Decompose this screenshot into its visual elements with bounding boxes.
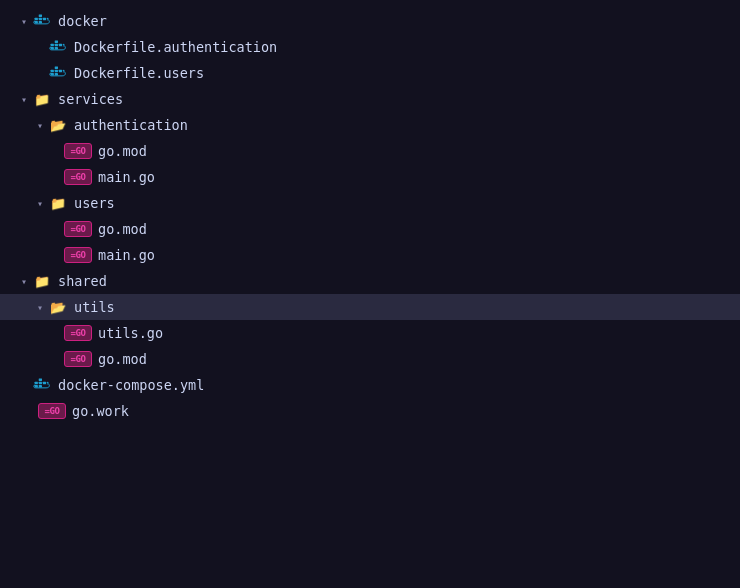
chevron-space6	[48, 247, 64, 263]
go-badge-work: =GO	[38, 403, 66, 419]
svg-rect-5	[39, 21, 42, 23]
svg-point-13	[63, 44, 65, 46]
tree-item-authentication[interactable]: 📂 authentication	[0, 112, 740, 138]
tree-label-auth-go-mod: go.mod	[98, 143, 147, 159]
tree-label-services: services	[58, 91, 123, 107]
tree-item-go-work[interactable]: =GO go.work	[0, 398, 740, 424]
file-tree: docker Dockerfile.authentication	[0, 0, 740, 432]
svg-rect-24	[39, 378, 42, 380]
chevron-space8	[48, 351, 64, 367]
svg-rect-17	[55, 66, 58, 68]
go-badge-auth-main: =GO	[64, 169, 92, 185]
chevron-users	[32, 195, 48, 211]
chevron-space9	[16, 377, 32, 393]
chevron-space3	[48, 143, 64, 159]
svg-point-27	[47, 382, 49, 384]
tree-item-users-main-go[interactable]: =GO main.go	[0, 242, 740, 268]
chevron-space2	[32, 65, 48, 81]
svg-rect-22	[39, 382, 42, 384]
tree-label-dockerfile-auth: Dockerfile.authentication	[74, 39, 277, 55]
chevron-utils	[32, 299, 48, 315]
docker-icon	[32, 11, 52, 31]
tree-item-docker-compose[interactable]: docker-compose.yml	[0, 372, 740, 398]
svg-point-20	[63, 70, 65, 72]
go-badge-users-main: =GO	[64, 247, 92, 263]
tree-item-utils-go[interactable]: =GO utils.go	[0, 320, 740, 346]
go-badge-shared-mod: =GO	[64, 351, 92, 367]
go-badge-auth-mod: =GO	[64, 143, 92, 159]
tree-label-shared-go-mod: go.mod	[98, 351, 147, 367]
svg-rect-8	[55, 44, 58, 46]
tree-label-users: users	[74, 195, 115, 211]
tree-label-docker-compose: docker-compose.yml	[58, 377, 204, 393]
svg-rect-21	[35, 382, 38, 384]
chevron-auth	[32, 117, 48, 133]
docker-users-icon	[48, 63, 68, 83]
svg-rect-3	[39, 14, 42, 16]
svg-point-6	[47, 18, 49, 20]
chevron-services	[16, 91, 32, 107]
svg-rect-10	[55, 40, 58, 42]
tree-item-dockerfile-users[interactable]: Dockerfile.users	[0, 60, 740, 86]
svg-rect-0	[35, 18, 38, 20]
tree-label-auth-main-go: main.go	[98, 169, 155, 185]
tree-label-docker: docker	[58, 13, 107, 29]
chevron-space10	[16, 403, 32, 419]
svg-rect-23	[43, 382, 46, 384]
docker-compose-icon	[32, 375, 52, 395]
svg-rect-1	[39, 18, 42, 20]
svg-rect-26	[39, 385, 42, 387]
tree-label-shared: shared	[58, 273, 107, 289]
tree-label-utils: utils	[74, 299, 115, 315]
chevron-docker	[16, 13, 32, 29]
tree-label-go-work: go.work	[72, 403, 129, 419]
docker-auth-icon	[48, 37, 68, 57]
tree-item-shared-go-mod[interactable]: =GO go.mod	[0, 346, 740, 372]
svg-rect-4	[35, 21, 38, 23]
svg-rect-11	[51, 47, 54, 49]
tree-item-users[interactable]: 📁 users	[0, 190, 740, 216]
svg-rect-2	[43, 18, 46, 20]
tree-item-shared[interactable]: 📁 shared	[0, 268, 740, 294]
tree-label-dockerfile-users: Dockerfile.users	[74, 65, 204, 81]
svg-rect-14	[51, 70, 54, 72]
svg-rect-16	[59, 70, 62, 72]
svg-rect-7	[51, 44, 54, 46]
chevron-space7	[48, 325, 64, 341]
folder-users-icon: 📁	[48, 193, 68, 213]
folder-auth-icon: 📂	[48, 115, 68, 135]
tree-label-users-main-go: main.go	[98, 247, 155, 263]
svg-rect-25	[35, 385, 38, 387]
go-badge-utils: =GO	[64, 325, 92, 341]
svg-rect-19	[55, 73, 58, 75]
tree-item-auth-main-go[interactable]: =GO main.go	[0, 164, 740, 190]
chevron-space5	[48, 221, 64, 237]
tree-label-utils-go: utils.go	[98, 325, 163, 341]
tree-label-authentication: authentication	[74, 117, 188, 133]
tree-item-auth-go-mod[interactable]: =GO go.mod	[0, 138, 740, 164]
svg-rect-9	[59, 44, 62, 46]
go-badge-users-mod: =GO	[64, 221, 92, 237]
folder-shared-icon: 📁	[32, 271, 52, 291]
svg-rect-12	[55, 47, 58, 49]
svg-rect-15	[55, 70, 58, 72]
folder-services-icon: 📁	[32, 89, 52, 109]
tree-item-docker[interactable]: docker	[0, 8, 740, 34]
tree-item-services[interactable]: 📁 services	[0, 86, 740, 112]
svg-rect-18	[51, 73, 54, 75]
folder-utils-icon: 📂	[48, 297, 68, 317]
chevron-space4	[48, 169, 64, 185]
tree-item-utils[interactable]: 📂 utils	[0, 294, 740, 320]
chevron-shared	[16, 273, 32, 289]
chevron-space	[32, 39, 48, 55]
tree-item-dockerfile-auth[interactable]: Dockerfile.authentication	[0, 34, 740, 60]
tree-label-users-go-mod: go.mod	[98, 221, 147, 237]
tree-item-users-go-mod[interactable]: =GO go.mod	[0, 216, 740, 242]
